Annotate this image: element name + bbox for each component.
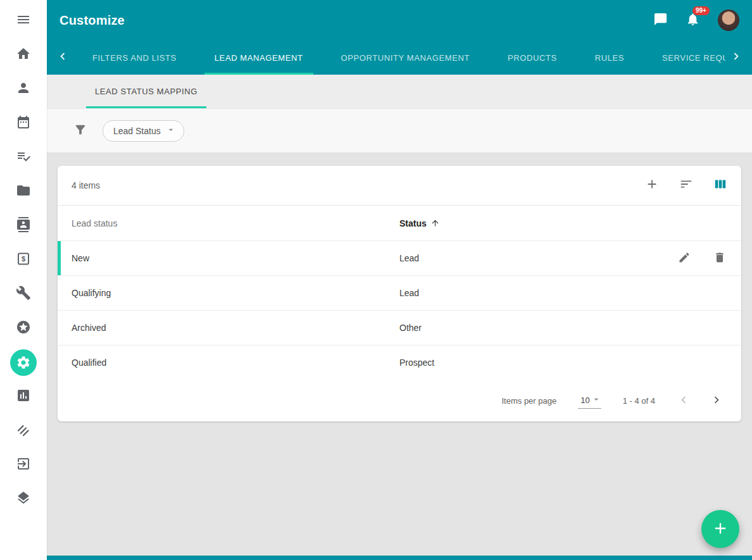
column-header-lead-status[interactable]: Lead status	[58, 218, 399, 228]
cell-lead-status: New	[58, 253, 399, 263]
exit-to-app-icon	[16, 456, 31, 474]
lead-status-filter-chip[interactable]: Lead Status	[103, 120, 184, 142]
table-row[interactable]: Archived Other	[58, 310, 741, 345]
tasks-icon	[16, 149, 31, 166]
top-app-bar: Customize 99+	[47, 0, 752, 40]
cell-status: Prospect	[399, 358, 741, 368]
sort-icon	[679, 177, 693, 194]
sidebar-item-layers[interactable]	[0, 482, 47, 516]
contacts-icon	[16, 217, 31, 235]
main-area: Customize 99+ FILTERS AND LISTS LEAD MAN…	[47, 0, 752, 560]
home-icon	[16, 46, 31, 64]
svg-text:$: $	[22, 255, 25, 263]
bottom-accent-strip	[47, 556, 752, 560]
card-tools	[645, 177, 727, 194]
notifications-button[interactable]: 99+	[686, 12, 700, 29]
caret-down-icon	[166, 125, 176, 137]
sidebar-item-contact-cards[interactable]	[0, 209, 47, 243]
chevron-right-icon	[729, 49, 743, 66]
items-count: 4 items	[72, 180, 100, 190]
sort-ascending-arrow-icon	[430, 218, 440, 228]
main-tab-bar: FILTERS AND LISTS LEAD MANAGEMENT OPPORT…	[47, 40, 752, 75]
menu-icon	[16, 12, 31, 30]
folder-icon	[16, 183, 31, 201]
chevron-right-icon	[710, 393, 724, 409]
sidebar-item-reports[interactable]	[0, 380, 47, 414]
table-row[interactable]: New Lead	[58, 240, 741, 275]
columns-icon	[713, 177, 727, 194]
next-page-button[interactable]	[710, 393, 724, 409]
tab-products[interactable]: PRODUCTS	[489, 40, 576, 75]
cell-status: Lead	[399, 288, 741, 298]
cell-lead-status: Qualifying	[58, 288, 399, 298]
items-per-page-label: Items per page	[502, 396, 557, 406]
sidebar-item-billing[interactable]: $	[0, 243, 47, 277]
caret-down-icon	[591, 394, 601, 406]
billing-icon: $	[16, 251, 31, 269]
plus-icon	[711, 520, 729, 539]
tab-service-request-management[interactable]: SERVICE REQUEST MANAGEMENT	[643, 40, 725, 75]
items-per-page-value: 10	[580, 395, 589, 405]
cell-lead-status: Archived	[58, 323, 399, 333]
sort-button[interactable]	[679, 177, 693, 194]
topbar-actions: 99+	[653, 9, 739, 31]
star-circle-icon	[16, 320, 31, 337]
subtab-lead-status-mapping[interactable]: LEAD STATUS MAPPING	[91, 75, 201, 108]
column-header-status[interactable]: Status	[399, 218, 741, 228]
trash-icon	[713, 251, 726, 266]
cell-lead-status: Qualified	[58, 358, 399, 368]
columns-button[interactable]	[713, 177, 727, 194]
person-icon	[16, 80, 31, 98]
sidebar-item-deals[interactable]	[0, 414, 47, 448]
tab-scroller: FILTERS AND LISTS LEAD MANAGEMENT OPPORT…	[73, 40, 725, 75]
sidebar-item-featured[interactable]	[0, 311, 47, 345]
edit-row-button[interactable]	[678, 251, 691, 266]
tab-rules[interactable]: RULES	[576, 40, 643, 75]
chat-button[interactable]	[653, 12, 668, 29]
add-fab-button[interactable]	[701, 510, 739, 548]
sub-tab-bar: LEAD STATUS MAPPING	[47, 75, 752, 109]
pagination-range-label: 1 - 4 of 4	[623, 396, 655, 406]
calendar-icon	[16, 115, 31, 132]
chevron-left-icon	[56, 49, 70, 66]
items-per-page-select[interactable]: 10	[578, 392, 601, 409]
tabs-scroll-left-button[interactable]	[52, 40, 73, 75]
pencil-icon	[678, 251, 691, 266]
pager-buttons	[677, 393, 724, 409]
filter-button[interactable]	[73, 123, 87, 139]
column-header-status-label: Status	[399, 218, 427, 228]
sidebar-item-menu[interactable]	[0, 4, 47, 38]
avatar[interactable]	[718, 9, 739, 31]
sidebar-item-signin[interactable]	[0, 448, 47, 482]
sidebar-item-files[interactable]	[0, 175, 47, 209]
lead-status-mapping-card: 4 items Lead status	[58, 166, 741, 421]
deals-icon	[16, 422, 31, 440]
tab-filters-and-lists[interactable]: FILTERS AND LISTS	[73, 40, 196, 75]
sidebar-item-tools[interactable]	[0, 277, 47, 311]
table-pagination: Items per page 10 1 - 4 of 4	[58, 380, 741, 421]
card-header: 4 items	[58, 166, 741, 205]
add-row-button[interactable]	[645, 177, 659, 194]
delete-row-button[interactable]	[713, 251, 726, 266]
tabs-scroll-right-button[interactable]	[725, 40, 747, 75]
sidebar-item-contacts-person[interactable]	[0, 72, 47, 106]
filter-funnel-icon	[73, 123, 87, 139]
page-title: Customize	[60, 13, 125, 28]
cell-status: Other	[399, 323, 741, 333]
sidebar: $	[0, 0, 47, 560]
wrench-icon	[16, 285, 31, 303]
sidebar-item-calendar[interactable]	[0, 106, 47, 140]
notification-badge: 99+	[692, 6, 710, 15]
table-row[interactable]: Qualified Prospect	[58, 345, 741, 380]
settings-gear-icon	[10, 349, 37, 376]
previous-page-button[interactable]	[677, 393, 691, 409]
sidebar-item-tasks[interactable]	[0, 140, 47, 175]
sidebar-item-settings[interactable]	[0, 345, 47, 380]
filter-chip-label: Lead Status	[113, 126, 161, 136]
tab-opportunity-management[interactable]: OPPORTUNITY MANAGEMENT	[322, 40, 489, 75]
sidebar-item-home[interactable]	[0, 38, 47, 72]
app-window: $ Customize	[0, 0, 752, 560]
tab-lead-management[interactable]: LEAD MANAGEMENT	[196, 40, 322, 75]
table-header-row: Lead status Status	[58, 205, 741, 240]
table-row[interactable]: Qualifying Lead	[58, 275, 741, 310]
